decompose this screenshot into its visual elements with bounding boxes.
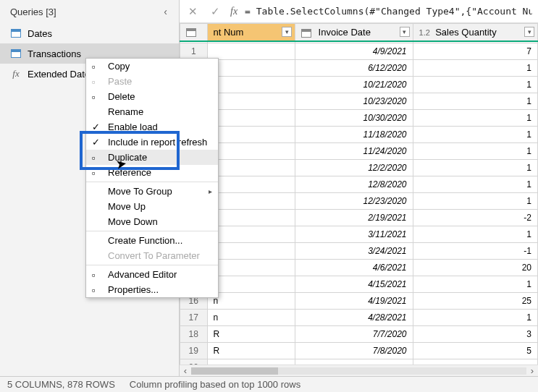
cell-invoice-date[interactable]: 10/23/2020 [295,93,413,109]
menu-item-move-to-group[interactable]: Move To Group▸ [86,184,218,199]
cell-account-num[interactable]: n [207,276,295,292]
cell-sales-quantity[interactable]: 5 [413,342,537,359]
row-header-corner[interactable] [180,24,208,42]
table-row[interactable]: 17n4/28/20211 [180,309,538,325]
menu-item-rename[interactable]: Rename [86,104,218,119]
table-row[interactable]: 6/12/20201 [180,59,538,76]
menu-item-reference[interactable]: ▫Reference [86,165,218,180]
menu-item-move-down[interactable]: Move Down [86,214,218,229]
cell-invoice-date[interactable]: 4/19/2021 [295,292,413,309]
table-row[interactable]: 10/21/20201 [180,76,538,93]
row-number[interactable]: 18 [180,325,208,342]
cell-invoice-date[interactable]: 6/12/2020 [295,59,413,76]
formula-confirm-button[interactable]: ✓ [208,5,223,18]
column-filter-button[interactable]: ▾ [524,27,534,37]
cell-invoice-date[interactable]: 10/30/2020 [295,109,413,126]
cell-sales-quantity[interactable]: 1 [413,159,537,176]
cell-sales-quantity[interactable]: 1 [413,142,537,159]
cell-account-num[interactable]: R [207,325,295,342]
cell-account-num[interactable] [207,43,295,59]
table-row[interactable]: 12/2/20201 [180,159,538,176]
row-number[interactable]: 17 [180,309,208,325]
cell-account-num[interactable] [207,76,295,93]
table-row[interactable]: 3/11/20211 [180,226,538,242]
cell-invoice-date[interactable]: 3/24/2021 [295,242,413,259]
cell-sales-quantity[interactable]: 1 [413,93,537,109]
cell-sales-quantity[interactable]: 7 [413,43,537,59]
column-header-account-num[interactable]: nt Num ▾ [207,24,295,42]
row-number[interactable]: 19 [180,342,208,359]
cell-account-num[interactable] [207,93,295,109]
table-row[interactable]: 4/6/202120 [180,259,538,276]
table-row[interactable]: 12/8/20201 [180,176,538,192]
cell-account-num[interactable] [207,109,295,126]
cell-sales-quantity[interactable]: 1 [413,59,537,76]
column-filter-button[interactable]: ▾ [282,27,292,37]
column-header-sales-quantity[interactable]: 1.2 Sales Quantity ▾ [413,24,537,42]
scroll-thumb[interactable] [191,367,278,375]
cell-invoice-date[interactable]: 11/18/2020 [295,126,413,142]
table-row[interactable]: 18R7/7/20203 [180,325,538,342]
cell-account-num[interactable] [207,126,295,142]
table-row[interactable]: 11/18/20201 [180,126,538,142]
cell-sales-quantity[interactable]: 1 [413,276,537,292]
cell-invoice-date[interactable]: 12/8/2020 [295,176,413,192]
cell-invoice-date[interactable]: 10/21/2020 [295,76,413,93]
cell-account-num[interactable] [207,209,295,226]
table-row[interactable]: 3/24/2021-1 [180,242,538,259]
cell-account-num[interactable] [207,242,295,259]
cell-sales-quantity[interactable]: -2 [413,209,537,226]
cell-sales-quantity[interactable]: 20 [413,259,537,276]
cell-invoice-date[interactable]: 11/24/2020 [295,142,413,159]
cell-sales-quantity[interactable]: 1 [413,226,537,242]
context-menu[interactable]: ▫Copy▫Paste▫DeleteRename✓Enable load✓Inc… [85,58,219,298]
formula-cancel-button[interactable]: ✕ [185,5,201,18]
cell-account-num[interactable]: n [207,292,295,309]
cell-sales-quantity[interactable]: 25 [413,292,537,309]
collapse-pane-button[interactable]: ‹ [159,4,172,19]
cell-sales-quantity[interactable]: 1 [413,126,537,142]
cell-invoice-date[interactable]: 2/19/2021 [295,209,413,226]
cell-account-num[interactable]: R [207,342,295,359]
cell-invoice-date[interactable]: 3/11/2021 [295,226,413,242]
cell-account-num[interactable]: n [207,309,295,325]
menu-item-include-in-report-refresh[interactable]: ✓Include in report refresh [86,135,218,150]
table-row[interactable]: 14/9/20217 [180,43,538,59]
cell-sales-quantity[interactable]: -1 [413,242,537,259]
menu-item-properties[interactable]: ▫Properties... [86,282,218,297]
table-row[interactable]: 10/23/20201 [180,93,538,109]
cell-invoice-date[interactable]: 4/15/2021 [295,276,413,292]
table-row[interactable]: 10/30/20201 [180,109,538,126]
cell-account-num[interactable] [207,226,295,242]
table-row[interactable]: 12/23/20201 [180,192,538,209]
column-header-invoice-date[interactable]: Invoice Date ▾ [295,24,413,42]
cell-sales-quantity[interactable]: 1 [413,176,537,192]
table-row[interactable]: 2/19/2021-2 [180,209,538,226]
cell-sales-quantity[interactable]: 1 [413,192,537,209]
table-row[interactable]: 15n4/15/20211 [180,276,538,292]
scroll-left-button[interactable]: ‹ [180,365,191,376]
scroll-track[interactable] [191,367,526,375]
cell-invoice-date[interactable]: 7/8/2020 [295,342,413,359]
table-row[interactable]: 19R7/8/20205 [180,342,538,359]
scroll-right-button[interactable]: › [526,365,538,376]
cell-invoice-date[interactable]: 7/7/2020 [295,325,413,342]
cell-account-num[interactable] [207,259,295,276]
horizontal-scrollbar[interactable]: ‹ › [180,365,538,376]
table-row[interactable]: 11/24/20201 [180,142,538,159]
cell-sales-quantity[interactable]: 1 [413,76,537,93]
query-dates[interactable]: Dates [0,23,179,43]
cell-sales-quantity[interactable]: 3 [413,325,537,342]
menu-item-create-function[interactable]: Create Function... [86,233,218,248]
cell-account-num[interactable] [207,159,295,176]
menu-item-move-up[interactable]: Move Up [86,199,218,214]
cell-invoice-date[interactable]: 4/6/2021 [295,259,413,276]
menu-item-duplicate[interactable]: ▫Duplicate [86,150,218,165]
cell-account-num[interactable] [207,142,295,159]
cell-invoice-date[interactable]: 12/2/2020 [295,159,413,176]
menu-item-advanced-editor[interactable]: ▫Advanced Editor [86,267,218,282]
column-filter-button[interactable]: ▾ [400,27,410,37]
cell-invoice-date[interactable]: 4/28/2021 [295,309,413,325]
cell-sales-quantity[interactable]: 1 [413,109,537,126]
cell-account-num[interactable] [207,192,295,209]
